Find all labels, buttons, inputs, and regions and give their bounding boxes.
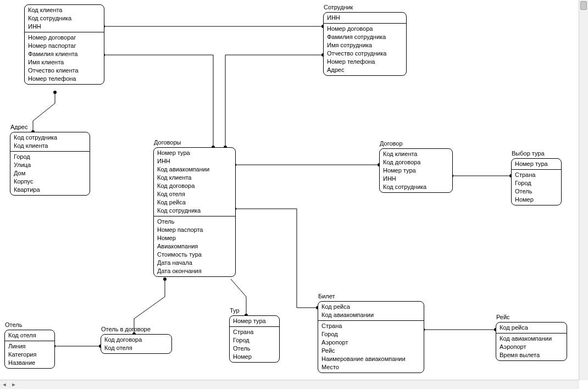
attr-field: Код авиакомпании bbox=[500, 335, 563, 343]
attr-field: Улица bbox=[14, 161, 86, 169]
key-field: ИНН bbox=[383, 175, 449, 183]
attr-field: Имя сотрудника bbox=[327, 41, 403, 49]
attr-field: Адрес bbox=[327, 66, 403, 74]
key-field: Номер тура bbox=[233, 317, 276, 325]
attr-field: Аэропорт bbox=[500, 343, 563, 351]
key-field: Номер тура bbox=[383, 166, 449, 175]
attr-field: Имя клиента bbox=[28, 58, 101, 66]
attr-field: Наимерование авиакомпании bbox=[321, 355, 420, 363]
entity-contract[interactable]: ДоговорКод клиентаКод договораНомер тура… bbox=[379, 148, 453, 193]
attr-field: Корпус bbox=[14, 177, 86, 186]
attr-field: Категория bbox=[8, 351, 51, 359]
attr-field: Номер телефона bbox=[28, 75, 101, 83]
key-field: Код отеля bbox=[157, 190, 232, 198]
attr-field: Номер телефона bbox=[327, 58, 403, 66]
connector-contracts-ticket bbox=[235, 209, 318, 308]
key-field: Код авиакомпании bbox=[321, 311, 420, 319]
attr-field: Отель bbox=[515, 187, 558, 196]
attr-field: Номер паспортаг bbox=[28, 42, 101, 50]
entity-hotel[interactable]: ОтельКод отеляЛинияКатегорияНазвание bbox=[4, 330, 55, 369]
key-field: Код сотрудника bbox=[383, 183, 449, 191]
entity-ticket[interactable]: БилетКод рейсаКод авиакомпанииСтранаГоро… bbox=[318, 301, 424, 373]
entity-title: Билет bbox=[318, 293, 335, 299]
attr-field: Аэропорт bbox=[321, 338, 420, 347]
scroll-right-arrow[interactable]: ► bbox=[10, 381, 18, 388]
connector-client-address bbox=[33, 92, 55, 132]
connector-client-contracts bbox=[103, 55, 213, 147]
attr-field: Город bbox=[14, 153, 86, 161]
key-field: Код сотрудника bbox=[157, 207, 232, 215]
key-field: Код договора bbox=[383, 158, 449, 166]
key-field: Код клиента bbox=[14, 142, 86, 150]
attr-field: Дата окончания bbox=[157, 267, 232, 275]
scroll-thumb[interactable] bbox=[580, 1, 587, 10]
scroll-left-arrow[interactable]: ◄ bbox=[1, 381, 8, 388]
attr-field: Место bbox=[321, 363, 420, 371]
key-field: Номер тура bbox=[515, 160, 558, 168]
erd-canvas[interactable]: Код клиентаКод сотрудникаИНННомер догово… bbox=[0, 0, 579, 379]
entity-hotelcontract[interactable]: Отель в договореКод договораКод отеля bbox=[101, 334, 172, 354]
entity-title: Договор bbox=[380, 140, 403, 147]
entity-title: Выбор тура bbox=[512, 150, 545, 157]
key-field: Код отеля bbox=[8, 331, 51, 340]
attr-field: Номер bbox=[157, 234, 232, 242]
key-field: Код рейса bbox=[157, 198, 232, 207]
connector-employee-contracts bbox=[225, 55, 323, 147]
entity-title: Отель в договоре bbox=[101, 326, 151, 332]
horizontal-scrollbar[interactable]: ◄ ► bbox=[0, 380, 579, 389]
entity-title: Адрес bbox=[10, 124, 28, 130]
entity-title: Отель bbox=[5, 321, 22, 328]
attr-field: Фамилия сотрудника bbox=[327, 33, 403, 41]
attr-field: Дата начала bbox=[157, 259, 232, 267]
attr-field: Стоимость тура bbox=[157, 251, 232, 259]
attr-field: Квартира bbox=[14, 186, 86, 194]
attr-field: Страна bbox=[233, 328, 276, 336]
key-field: Номер тура bbox=[157, 149, 232, 157]
entity-title: Договоры bbox=[154, 139, 181, 146]
entity-title: Рейс bbox=[496, 314, 510, 320]
attr-field: Номер паспорта bbox=[157, 226, 232, 234]
key-field: Код клиента bbox=[383, 150, 449, 158]
entity-tourchoice[interactable]: Выбор тураНомер тураСтранаГородОтельНоме… bbox=[511, 158, 562, 205]
attr-field: Номер договора bbox=[327, 25, 403, 33]
key-field: Код клиента bbox=[28, 6, 101, 14]
attr-field: Отель bbox=[233, 344, 276, 353]
attr-field: Номер bbox=[233, 353, 276, 361]
attr-field: Город bbox=[233, 336, 276, 344]
entity-tour[interactable]: ТурНомер тураСтранаГородОтельНомер bbox=[229, 315, 280, 363]
entity-contracts[interactable]: ДоговорыНомер тураИННКод авиакомпанииКод… bbox=[153, 147, 236, 277]
attr-field: Отель bbox=[157, 218, 232, 226]
attr-field: Номер bbox=[515, 196, 558, 204]
attr-field: Страна bbox=[515, 171, 558, 179]
attr-field: Город bbox=[321, 330, 420, 338]
key-field: Код сотрудника bbox=[28, 14, 101, 23]
attr-field: Номер договораг bbox=[28, 34, 101, 42]
key-field: ИНН bbox=[28, 23, 101, 31]
entity-title: Сотрудник bbox=[324, 4, 353, 10]
connector-endpoint bbox=[163, 277, 167, 281]
entity-address[interactable]: АдресКод сотрудникаКод клиентаГородУлица… bbox=[10, 132, 90, 196]
key-field: Код рейса bbox=[321, 303, 420, 311]
entity-employee[interactable]: СотрудникИНННомер договораФамилия сотруд… bbox=[323, 12, 407, 76]
attr-field: Авиакомпания bbox=[157, 242, 232, 251]
key-field: Код отеля bbox=[104, 344, 168, 352]
key-field: ИНН bbox=[157, 157, 232, 165]
key-field: Код рейса bbox=[500, 324, 563, 332]
key-field: Код авиакомпании bbox=[157, 165, 232, 174]
vertical-scrollbar[interactable] bbox=[579, 0, 588, 380]
entity-client[interactable]: Код клиентаКод сотрудникаИНННомер догово… bbox=[24, 4, 104, 85]
key-field: Код сотрудника bbox=[14, 134, 86, 142]
attr-field: Линия bbox=[8, 342, 51, 351]
key-field: ИНН bbox=[327, 14, 403, 22]
entity-flight[interactable]: РейсКод рейсаКод авиакомпанииАэропортВре… bbox=[496, 322, 567, 361]
connector-endpoint bbox=[53, 91, 57, 94]
key-field: Код договора bbox=[157, 182, 232, 190]
attr-field: Фамилия клиента bbox=[28, 50, 101, 58]
entity-title: Тур bbox=[230, 307, 240, 314]
key-field: Код клиента bbox=[157, 174, 232, 182]
attr-field: Название bbox=[8, 359, 51, 367]
attr-field: Страна bbox=[321, 322, 420, 330]
attr-field: Отчество сотрудника bbox=[327, 49, 403, 58]
attr-field: Время вылета bbox=[500, 351, 563, 359]
attr-field: Город bbox=[515, 179, 558, 187]
